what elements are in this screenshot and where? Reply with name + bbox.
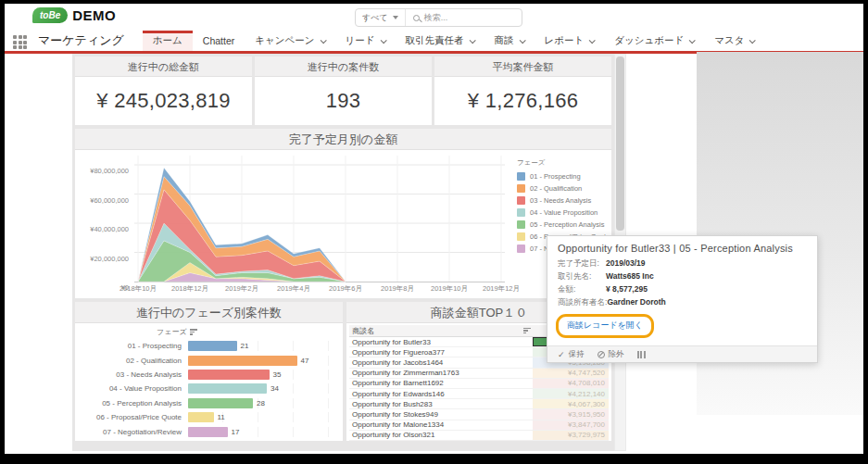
global-header: toBe DEMO すべて 検索... [5,4,863,31]
mark-tooltip: Opportunity for Butler33 | 05 - Percepti… [547,235,818,363]
nav-tab[interactable]: 商談 [484,31,535,51]
bar-value-label: 28 [257,399,265,408]
kpi-value: ¥ 1,276,166 [434,77,611,125]
legend-item[interactable]: 03 - Needs Analysis [517,196,611,205]
bar-mark[interactable] [188,341,237,351]
table-row[interactable]: Opportunity for Zimmerman1763¥4,747,520 [349,369,609,379]
keep-button[interactable]: ✓ 保持 [558,349,585,360]
opportunity-name: Opportunity for Stokes949 [349,410,533,419]
view-data-icon[interactable] [637,351,646,358]
nav-tab[interactable]: 取引先責任者 [396,31,484,51]
bar-mark[interactable] [188,398,253,408]
bar-value-label: 35 [273,370,282,379]
opportunity-amount-cell: ¥4,212,140 [533,389,609,398]
legend-label: 03 - Needs Analysis [530,196,591,205]
legend-label: 02 - Qualification [530,184,582,193]
bar-rows: 01 - Prospecting2102 - Qualification4703… [75,339,337,439]
bar-field: 47 [188,356,337,366]
bar-row: 02 - Qualification47 [75,353,337,367]
nav-tab[interactable]: レポート [535,31,605,51]
opportunity-name: Opportunity for Jacobs1464 [349,358,533,367]
global-search[interactable]: すべて 検索... [355,8,522,27]
nav-tab[interactable]: Chatter [193,31,245,51]
bottom-row: 進行中のフェーズ別案件数 フェーズ 01 - Prospecting2102 -… [75,302,611,441]
table-row[interactable]: Opportunity for Olson321¥3,729,975 [349,431,609,441]
nav-tab-label: リード [346,34,375,47]
kpi-value: ¥ 245,023,819 [75,77,252,125]
bar-category-label: 03 - Needs Analysis [75,370,188,379]
tooltip-field-label: 完了予定日: [558,258,606,270]
x-tick-label: 2019年10月 [431,284,468,294]
table-row[interactable]: Opportunity for Bush283¥4,067,300 [349,399,609,409]
chevron-down-icon [320,37,326,44]
bar-mark[interactable] [188,370,270,380]
bar-mark[interactable] [188,383,267,394]
bar-value-label: 11 [218,413,225,421]
legend-swatch [517,196,525,205]
table-row[interactable]: Opportunity for Edwards146¥4,212,140 [349,389,609,399]
browser-viewport: toBe DEMO すべて 検索... マーケティング ホームChatterキャ… [5,4,863,454]
legend-item[interactable]: 04 - Value Proposition [517,208,611,217]
legend-item[interactable]: 01 - Prospecting [517,172,611,181]
opportunity-amount-cell: ¥3,729,975 [533,431,609,440]
tooltip-field-label: 取引先名: [558,271,606,282]
x-tick-label: 2019年4月 [277,284,310,294]
legend-item[interactable]: 05 - Perception Analysis [517,220,611,229]
nav-tab-label: マスタ [714,34,744,47]
open-opportunity-record-link[interactable]: 商談レコードを開く [556,314,654,338]
chevron-down-icon [380,37,386,44]
exclude-button[interactable]: 除外 [598,349,624,360]
tooltip-content: Opportunity for Butler33 | 05 - Percepti… [547,236,817,345]
nav-tab[interactable]: マスタ [704,31,764,51]
bar-chart-column-label: フェーズ [157,327,187,337]
x-tick-label: 2018年10月 [120,284,157,294]
tooltip-field-label: 商談所有者名: [558,297,607,308]
bar-category-label: 05 - Perception Analysis [75,399,188,408]
x-tick-label: 2019年8月 [381,284,414,294]
app-launcher-icon[interactable] [13,35,27,49]
legend-item[interactable]: 02 - Qualification [517,184,611,193]
kpi-value: 193 [255,77,432,125]
stacked-area-canvas[interactable] [134,156,505,283]
y-tick-label: ¥40,000,000 [90,225,129,233]
bar-category-label: 07 - Negotiation/Review [75,428,188,436]
table-row[interactable]: Opportunity for Malone1334¥3,847,700 [349,420,609,431]
nav-tab[interactable]: ホーム [143,31,193,51]
bar-chart-title: 進行中のフェーズ別案件数 [75,302,343,323]
x-tick-label: 2018年12月 [171,284,208,294]
nav-tabs: ホームChatterキャンペーンリード取引先責任者商談レポートダッシュボードマス… [143,31,765,51]
sort-icon [523,328,531,334]
y-tick-label: ¥60,000,000 [90,196,129,205]
bar-mark[interactable] [188,427,228,437]
table-row[interactable]: Opportunity for Barnett1692¥4,708,010 [349,379,609,389]
chevron-down-icon [393,16,398,19]
nav-tab[interactable]: キャンペーン [245,31,334,51]
nav-tab[interactable]: リード [335,31,396,51]
area-chart-plot[interactable]: 2018年10月2018年12月2019年2月2019年4月2019年6月201… [134,156,505,298]
bar-category-label: 04 - Value Proposition [75,384,188,393]
column-header-opportunity-name[interactable]: 商談名 [349,326,533,336]
bar-value-label: 47 [301,357,309,365]
tooltip-title: Opportunity for Butler33 | 05 - Percepti… [558,243,807,254]
bar-mark[interactable] [188,356,297,366]
nav-tab-label: 商談 [495,34,514,47]
search-scope-dropdown[interactable]: すべて [356,9,406,26]
kpi-row: 進行中の総金額¥ 245,023,819進行中の案件数193平均案件金額¥ 1,… [75,56,611,125]
legend-swatch [517,208,525,217]
bar-field: 17 [188,427,337,437]
table-row[interactable]: Opportunity for Stokes949¥3,915,950 [349,409,609,420]
tooltip-field-label: 金額: [558,284,606,295]
chevron-down-icon [519,37,525,44]
tooltip-fields: 完了予定日:2019/03/19取引先名:Watts685 Inc金額:¥ 8,… [558,258,807,308]
legend-label: 04 - Value Proposition [530,208,598,217]
bar-category-label: 01 - Prospecting [75,342,188,350]
scrollbar-thumb[interactable] [616,56,624,231]
opportunity-name: Opportunity for Butler33 [349,338,533,346]
nav-tab[interactable]: ダッシュボード [604,31,704,51]
tooltip-field-row: 取引先名:Watts685 Inc [558,271,807,282]
bar-chart-column-header[interactable]: フェーズ [157,327,337,337]
exclude-icon [598,351,605,358]
bar-mark[interactable] [188,412,214,422]
bar-row: 04 - Value Proposition34 [75,382,337,395]
x-tick-label: 2019年2月 [225,284,258,294]
